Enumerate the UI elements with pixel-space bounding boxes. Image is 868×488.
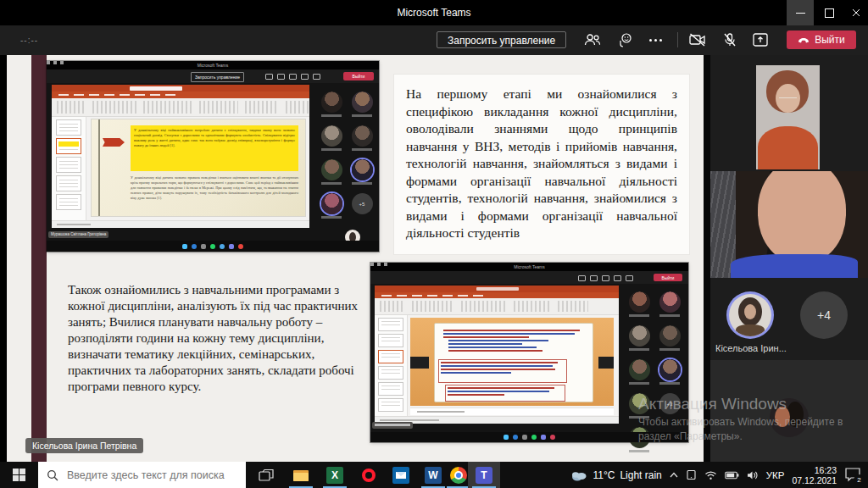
slide-textbox-1 (442, 328, 584, 353)
taskbar-app-explorer[interactable] (285, 462, 317, 488)
share-screen-button[interactable] (749, 30, 771, 50)
language-indicator[interactable]: УКР (766, 470, 785, 480)
overflow-participants-badge[interactable]: +4 (800, 291, 848, 339)
windows-taskbar: X W T 11°C (0, 462, 868, 488)
weather-widget[interactable]: 11°C Light rain (570, 469, 661, 481)
avatar-body (736, 324, 765, 336)
search-input[interactable] (65, 469, 237, 482)
meeting-timer: --:-- (20, 36, 38, 45)
weather-temp: 11°C (593, 469, 615, 481)
task-view-button[interactable] (251, 462, 281, 488)
mini-ppt-titlebar (52, 85, 309, 92)
mini-control-icons (265, 74, 320, 80)
mini-slide-thumb (56, 175, 81, 191)
opera-icon (360, 467, 377, 484)
self-video-bubble[interactable] (770, 398, 809, 437)
cloud-icon (570, 469, 587, 481)
video-tile-participant-2[interactable] (710, 171, 868, 278)
mini-titlebar: Microsoft Teams (47, 61, 379, 69)
restore-button[interactable] (815, 0, 843, 25)
start-button[interactable] (0, 462, 38, 488)
tray-network-button[interactable] (704, 470, 717, 480)
embedded-screenshot-1: Microsoft Teams Запросить управление Вый… (47, 61, 379, 252)
clock-date: 07.12.2021 (792, 475, 837, 485)
mini-participant (321, 92, 342, 117)
mini-slide-thumb (378, 382, 403, 396)
minimize-icon (796, 13, 805, 14)
mini-slide-canvas (410, 318, 614, 406)
mini-powerpoint-window (375, 286, 619, 423)
embedded-screenshot-2: Microsoft Teams Выйти (370, 263, 688, 442)
reactions-button[interactable] (614, 30, 636, 50)
request-control-button[interactable]: Запросить управление (437, 31, 566, 48)
hangup-icon (798, 37, 810, 43)
leave-button[interactable]: Выйти (787, 30, 856, 49)
windows-logo-icon (13, 469, 25, 481)
mini-window-title: Microsoft Teams (370, 263, 688, 271)
mini-participant (352, 159, 373, 185)
tray-battery-button[interactable] (725, 471, 739, 480)
mini-slide-thumb (378, 334, 403, 347)
mini-participant-overflow: +5 (352, 193, 373, 219)
mini-slide-thumb-selected (378, 350, 403, 363)
tray-volume-button[interactable] (747, 470, 759, 480)
mini-window-title: Microsoft Teams (47, 61, 379, 69)
mini-participant-overflow: +3 (659, 393, 681, 419)
mini-leave-button: Выйти (343, 72, 374, 80)
search-icon (47, 469, 58, 481)
mini-slide-thumb (56, 157, 81, 173)
mini-participant (659, 291, 681, 317)
video-tile-participant-1[interactable] (756, 65, 820, 169)
mini-ppt-searchbox (130, 86, 182, 91)
notification-center-button[interactable]: 2 (844, 467, 863, 484)
participant-name-label: Кісельова Ірин... (715, 343, 787, 353)
video-person-glasses (779, 97, 797, 98)
people-icon (584, 33, 601, 47)
mini-participants-grid: +5 (320, 92, 374, 219)
wifi-icon (704, 470, 717, 480)
leave-label: Выйти (815, 34, 845, 46)
slide-text-block-left: Також ознайомились з навчальними програм… (68, 282, 366, 395)
notification-count-badge: 2 (854, 474, 865, 485)
participants-button[interactable] (581, 30, 604, 50)
clock[interactable]: 16:23 07.12.2021 (792, 465, 837, 485)
chrome-icon (450, 467, 467, 484)
close-button[interactable] (843, 0, 868, 25)
minimize-button[interactable] (787, 0, 814, 25)
mini-participant (629, 359, 650, 385)
participant-avatar[interactable] (729, 294, 771, 336)
mini-participant (659, 359, 681, 385)
taskbar-app-teams[interactable]: T (468, 462, 500, 488)
camera-off-button[interactable] (687, 30, 709, 50)
tray-device-button[interactable] (686, 469, 697, 480)
slide-black-tab-right (598, 357, 614, 369)
excel-icon: X (326, 467, 343, 484)
share-screen-icon (752, 32, 769, 47)
camera-off-icon (688, 32, 707, 47)
tray-expand-button[interactable] (670, 472, 678, 478)
mini-ppt-notes (410, 408, 614, 415)
mini-participant (629, 325, 650, 351)
task-view-icon (259, 469, 274, 482)
taskbar-app-outlook[interactable] (385, 462, 417, 488)
slide-textbox-2 (438, 359, 567, 383)
taskbar-search[interactable] (38, 462, 246, 488)
slide-text-panel-right: На першому етапі ми ознайомилися з специ… (394, 75, 689, 254)
slide-textbox-3 (445, 385, 565, 402)
taskbar-app-opera[interactable] (353, 462, 385, 488)
mini-control-icons (578, 275, 633, 281)
mini-participant (659, 325, 681, 351)
chevron-up-icon (670, 472, 678, 478)
restore-icon (825, 8, 834, 18)
taskbar-app-excel[interactable]: X (319, 462, 351, 488)
mini-slide-thumb (56, 119, 81, 136)
mic-off-button[interactable] (719, 30, 741, 50)
more-actions-button[interactable] (644, 30, 666, 50)
mini-powerpoint-window: У дошкільному віці найважливішою потребо… (52, 85, 309, 227)
mini-ppt-titlebar (375, 286, 619, 292)
mini-ppt-statusbar (52, 220, 309, 228)
mini-control-bar: Запросить управление Выйти (47, 69, 379, 83)
slide-black-tab-left (410, 357, 429, 369)
mini-slide-thumb (378, 366, 403, 380)
mini-slide-thumb (56, 194, 81, 210)
